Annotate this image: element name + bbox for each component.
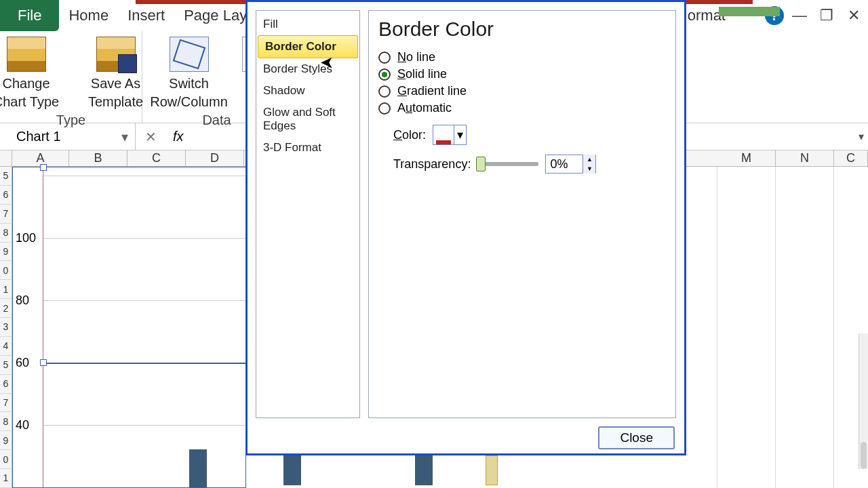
row-header[interactable]: 5: [0, 356, 12, 375]
transparency-slider[interactable]: [477, 162, 538, 166]
chevron-down-icon[interactable]: ▾: [454, 125, 466, 144]
slider-thumb[interactable]: [476, 157, 486, 171]
option-solid-line[interactable]: Solid line: [378, 67, 666, 81]
minimize-icon[interactable]: —: [788, 4, 811, 27]
switch-row-column-button[interactable]: Switch Row/Column: [152, 37, 226, 111]
spin-down-icon[interactable]: ▼: [583, 164, 595, 174]
paint-bucket-icon: [433, 125, 454, 144]
tab-insert[interactable]: Insert: [118, 0, 174, 31]
name-box[interactable]: Chart 1▾: [0, 123, 136, 150]
dialog-title: Border Color: [378, 18, 666, 41]
embedded-chart[interactable]: 100 80 60 40: [12, 167, 246, 488]
cat-glow[interactable]: Glow and Soft Edges: [256, 102, 359, 137]
transparency-input[interactable]: [546, 157, 583, 171]
row-header[interactable]: 3: [0, 318, 12, 337]
close-window-icon[interactable]: ✕: [842, 4, 865, 27]
row-header[interactable]: 1: [0, 469, 12, 488]
format-dialog: Fill Border Color Border Styles Shadow G…: [245, 0, 686, 455]
expand-formula-bar-icon[interactable]: ▾: [859, 130, 868, 143]
tab-home[interactable]: Home: [59, 0, 118, 31]
dialog-category-list: Fill Border Color Border Styles Shadow G…: [256, 10, 360, 418]
dialog-main-pane: Border Color No line Solid line Gradient…: [368, 10, 676, 418]
ytick: 80: [16, 293, 43, 308]
row-header[interactable]: 9: [0, 243, 12, 262]
row-header[interactable]: 9: [0, 431, 12, 450]
row-header[interactable]: 7: [0, 205, 12, 224]
cat-fill[interactable]: Fill: [256, 14, 359, 35]
ytick: 40: [16, 418, 43, 432]
color-picker-button[interactable]: ▾: [433, 125, 467, 145]
cat-border-color[interactable]: Border Color: [258, 35, 358, 58]
color-label: Color:: [393, 128, 426, 142]
file-tab[interactable]: File: [0, 0, 59, 31]
cat-border-styles[interactable]: Border Styles: [256, 58, 359, 80]
row-header[interactable]: 8: [0, 412, 12, 431]
row-header[interactable]: 6: [0, 375, 12, 394]
cat-shadow[interactable]: Shadow: [256, 80, 359, 102]
group-label-data: Data: [202, 111, 231, 131]
ytick: 100: [16, 231, 43, 245]
row-header[interactable]: 1: [0, 280, 12, 299]
row-header[interactable]: 2: [0, 299, 12, 318]
row-header[interactable]: 6: [0, 186, 12, 205]
save-as-template-button[interactable]: Save As Template: [79, 37, 153, 111]
chevron-down-icon[interactable]: ▾: [121, 129, 128, 145]
chart-bar[interactable]: [486, 455, 498, 485]
option-gradient-line[interactable]: Gradient line: [378, 84, 666, 98]
row-header[interactable]: 8: [0, 224, 12, 243]
row-header[interactable]: 4: [0, 337, 12, 356]
row-header[interactable]: 5: [0, 167, 12, 186]
vertical-scrollbar[interactable]: [859, 333, 868, 469]
option-automatic[interactable]: Automatic: [378, 101, 666, 115]
select-all-corner[interactable]: [0, 150, 12, 166]
chart-bar[interactable]: [189, 449, 207, 487]
chart-icon: [7, 37, 46, 72]
cancel-formula-icon[interactable]: ✕: [145, 129, 157, 145]
restore-icon[interactable]: ❐: [815, 4, 838, 27]
spin-up-icon[interactable]: ▲: [583, 155, 595, 164]
switch-icon: [170, 37, 209, 72]
close-button[interactable]: Close: [598, 426, 675, 449]
transparency-label: Transparency:: [393, 157, 471, 171]
save-icon: [96, 37, 136, 72]
change-chart-type-button[interactable]: Change Chart Type: [0, 37, 64, 111]
fx-icon[interactable]: fx: [173, 129, 184, 144]
cat-3d-format[interactable]: 3-D Format: [256, 137, 359, 159]
transparency-spinner[interactable]: ▲▼: [545, 155, 596, 174]
ytick: 60: [16, 356, 43, 370]
row-header[interactable]: 7: [0, 394, 12, 413]
option-no-line[interactable]: No line: [378, 50, 666, 64]
row-header[interactable]: 0: [0, 261, 12, 280]
row-header[interactable]: 0: [0, 450, 12, 469]
